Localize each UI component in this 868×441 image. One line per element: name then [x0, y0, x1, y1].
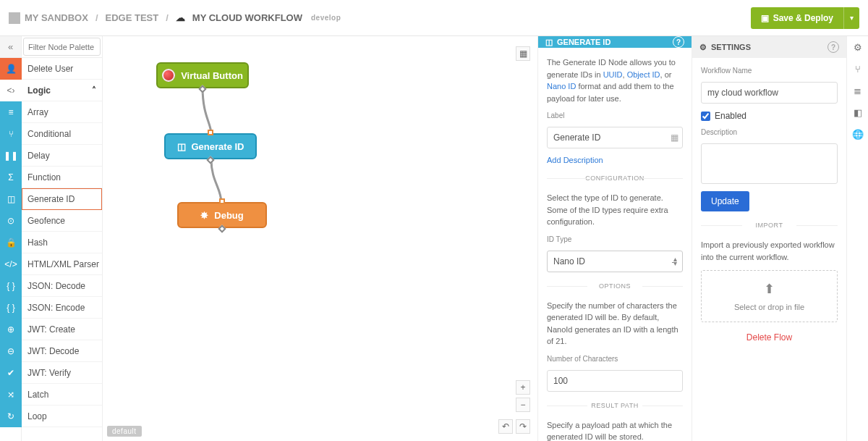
import-help-text: Import a previously exported workflow in… — [701, 239, 838, 263]
versions-tab-icon[interactable]: ⑂ — [847, 58, 868, 80]
description-textarea[interactable] — [701, 143, 838, 184]
palette-item[interactable]: HTML/XML Parser — [22, 253, 102, 275]
palette-item[interactable]: Latch — [22, 384, 102, 406]
json-encode-icon[interactable]: { } — [0, 297, 22, 319]
template-icon[interactable]: ▦ — [671, 133, 678, 143]
panel-intro: The Generate ID Node allows you to gener… — [547, 56, 683, 104]
help-icon[interactable]: ? — [827, 41, 839, 53]
node-palette: Delete User Logic˄ Array Conditional Del… — [22, 36, 103, 441]
id-card-icon: ◫ — [545, 38, 553, 47]
generate-id-panel: ◫ GENERATE ID ? The Generate ID Node all… — [537, 36, 692, 441]
uuid-link[interactable]: UUID — [603, 70, 623, 79]
palette-item[interactable]: Function — [22, 167, 102, 188]
palette-item[interactable]: Loop — [22, 406, 102, 427]
save-deploy-button[interactable]: ▣ Save & Deploy — [751, 7, 843, 29]
sandbox-avatar — [9, 12, 20, 24]
enabled-checkbox-row[interactable]: Enabled — [701, 111, 838, 121]
palette-item[interactable]: JSON: Decode — [22, 275, 102, 297]
geofence-icon[interactable]: ⊙ — [0, 210, 22, 232]
palette-cat-icon[interactable]: 👤 — [0, 58, 22, 80]
num-chars-input[interactable] — [547, 370, 683, 392]
breadcrumb-title: MY CLOUD WORKFLOW — [192, 12, 302, 23]
description-label: Description — [701, 128, 838, 136]
save-icon: ▣ — [761, 13, 769, 23]
import-dropzone[interactable]: ⬆ Select or drop in file — [701, 270, 838, 322]
cloud-icon: ☁ — [176, 12, 185, 23]
palette-item[interactable]: JWT: Decode — [22, 340, 102, 362]
panel-header: ◫ GENERATE ID ? — [538, 36, 692, 48]
label-field-label: Label — [547, 112, 683, 119]
palette-filter-input[interactable] — [23, 38, 101, 56]
panel-title: GENERATE ID — [557, 38, 610, 46]
palette-item[interactable]: Hash — [22, 232, 102, 253]
palette-item-generate-id[interactable]: Generate ID — [22, 188, 102, 210]
json-decode-icon[interactable]: { } — [0, 275, 22, 297]
id-type-label: ID Type — [547, 235, 683, 243]
canvas-branch-badge: default — [107, 426, 142, 437]
jwt-create-icon[interactable]: ⊕ — [0, 319, 22, 340]
top-bar: MY SANDBOX / EDGE TEST / ☁ MY CLOUD WORK… — [0, 0, 868, 36]
storage-tab-icon[interactable]: ≣ — [847, 80, 868, 101]
array-icon[interactable]: ≡ — [0, 101, 22, 123]
settings-title: SETTINGS — [711, 43, 751, 51]
settings-panel: ⚙ SETTINGS ? Workflow Name Enabled Descr… — [692, 36, 846, 441]
chevron-up-icon: ˄ — [92, 85, 96, 96]
update-button[interactable]: Update — [701, 191, 749, 211]
workflow-canvas[interactable]: Virtual Button ◫ Generate ID ✸ Debug ▦ +… — [103, 36, 537, 441]
settings-tab-icon[interactable]: ⚙ — [847, 36, 868, 58]
palette-item[interactable]: JSON: Encode — [22, 297, 102, 319]
latch-icon[interactable]: ⤨ — [0, 384, 22, 406]
save-deploy-dropdown[interactable]: ▾ — [843, 7, 859, 29]
palette-item-delete-user[interactable]: Delete User — [22, 58, 102, 80]
parser-icon[interactable]: </> — [0, 253, 22, 275]
palette-item[interactable]: Array — [22, 101, 102, 123]
nanoid-link[interactable]: Nano ID — [547, 82, 576, 91]
result-help-text: Specify a payload path at which the gene… — [547, 419, 683, 442]
globe-tab-icon[interactable]: 🌐 — [847, 123, 868, 145]
objectid-link[interactable]: Object ID — [627, 70, 660, 79]
loop-icon[interactable]: ↻ — [0, 406, 22, 427]
workflow-name-input[interactable] — [701, 82, 838, 104]
palette-item[interactable]: Geofence — [22, 210, 102, 232]
data-tab-icon[interactable]: ◧ — [847, 101, 868, 123]
zoom-in-button[interactable]: + — [516, 380, 530, 395]
right-rail: ⚙ ⑂ ≣ ◧ 🌐 — [846, 36, 868, 441]
num-chars-label: Number of Characters — [547, 355, 683, 363]
canvas-settings-button[interactable]: ▦ — [516, 46, 530, 61]
undo-button[interactable]: ↶ — [498, 419, 513, 434]
jwt-verify-icon[interactable]: ✔ — [0, 362, 22, 384]
add-description-link[interactable]: Add Description — [547, 156, 683, 164]
enabled-checkbox[interactable] — [701, 112, 710, 121]
result-path-divider: RESULT PATH — [547, 402, 683, 409]
palette-item[interactable]: JWT: Create — [22, 319, 102, 340]
generate-id-icon[interactable]: ◫ — [0, 188, 22, 210]
redo-button[interactable]: ↷ — [516, 419, 530, 434]
workflow-name-label: Workflow Name — [701, 67, 838, 75]
bug-icon: ✸ — [200, 210, 208, 221]
palette-item[interactable]: Delay — [22, 145, 102, 167]
delete-flow-link[interactable]: Delete Flow — [701, 332, 838, 343]
id-type-select[interactable]: Nano ID — [547, 251, 683, 272]
jwt-decode-icon[interactable]: ⊖ — [0, 340, 22, 362]
breadcrumb-sandbox[interactable]: MY SANDBOX — [25, 12, 88, 23]
conditional-icon[interactable]: ⑂ — [0, 123, 22, 145]
help-icon[interactable]: ? — [673, 36, 684, 48]
collapse-palette-button[interactable]: « — [0, 36, 21, 58]
import-divider: IMPORT — [701, 222, 838, 229]
virtual-button-icon — [162, 69, 175, 82]
palette-section-logic[interactable]: Logic˄ — [22, 80, 102, 101]
zoom-out-button[interactable]: − — [516, 398, 530, 412]
options-divider: OPTIONS — [547, 282, 683, 290]
hash-icon[interactable]: 🔒 — [0, 232, 22, 253]
palette-cat-icon[interactable]: <› — [0, 80, 22, 101]
delay-icon[interactable]: ❚❚ — [0, 145, 22, 167]
function-icon[interactable]: Σ — [0, 167, 22, 188]
palette-item[interactable]: JWT: Verify — [22, 362, 102, 384]
palette-icon-column: « 👤 <› ≡ ⑂ ❚❚ Σ ◫ ⊙ 🔒 </> { } { } ⊕ ⊖ ✔ … — [0, 36, 22, 441]
palette-item[interactable]: Conditional — [22, 123, 102, 145]
breadcrumb-branch: develop — [311, 14, 341, 22]
id-card-icon: ◫ — [177, 141, 186, 152]
config-help-text: Select the type of ID to generate. Some … — [547, 192, 683, 228]
label-input[interactable] — [547, 127, 683, 148]
breadcrumb-edge[interactable]: EDGE TEST — [106, 12, 159, 23]
